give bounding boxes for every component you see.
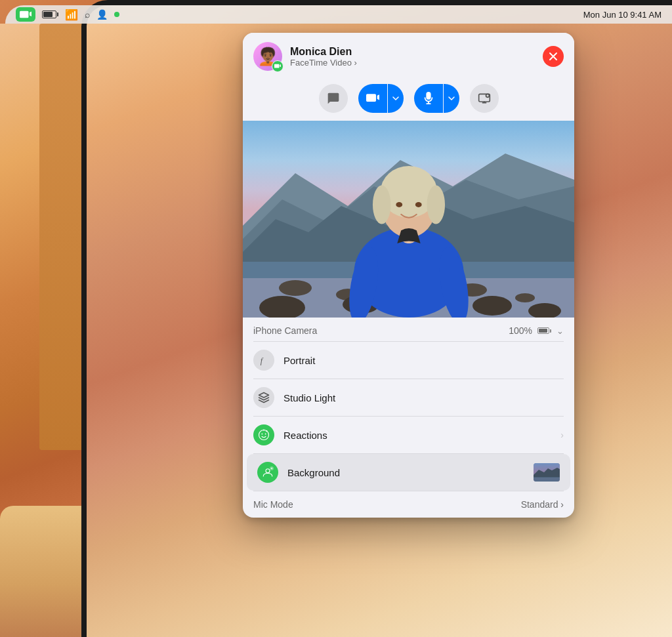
video-camera-icon: [20, 10, 32, 19]
svg-point-30: [265, 434, 266, 435]
person-in-video: [324, 131, 494, 318]
svg-line-32: [266, 431, 267, 432]
panel-header: 🧑🏾‍🦱 Monica Dien FaceTime Video ›: [243, 33, 574, 79]
svg-point-28: [259, 430, 269, 440]
contact-subtitle: FaceTime Video ›: [290, 58, 535, 68]
battery-indicator: [42, 10, 58, 18]
camera-label: iPhone Camera: [253, 325, 317, 336]
screen-share-button[interactable]: [470, 84, 499, 113]
facetime-app-icon[interactable]: [16, 7, 35, 22]
background-menu-item[interactable]: Background: [247, 454, 570, 491]
camera-right: 100% ⌄: [509, 325, 564, 336]
camera-info: iPhone Camera 100% ⌄: [243, 318, 574, 341]
video-control-group: [358, 84, 404, 113]
portrait-svg-icon: f: [258, 354, 270, 366]
message-button[interactable]: [319, 84, 348, 113]
screen-share-icon: [478, 92, 491, 104]
contact-info: Monica Dien FaceTime Video ›: [290, 46, 535, 68]
svg-point-21: [372, 186, 390, 224]
menubar: 📶 ⌕ 👤 Mon Jun 10 9:41 AM: [5, 5, 672, 24]
svg-point-12: [515, 293, 535, 302]
portrait-menu-item[interactable]: f Portrait: [243, 342, 574, 379]
menubar-right: Mon Jun 10 9:41 AM: [583, 10, 662, 20]
chevron-down-icon: [392, 95, 399, 102]
menubar-datetime: Mon Jun 10 9:41 AM: [583, 10, 662, 20]
svg-point-24: [415, 202, 421, 207]
background-label: Background: [287, 467, 524, 478]
camera-battery-icon: [537, 327, 551, 334]
background-icon: [257, 462, 278, 483]
mic-button[interactable]: [414, 84, 443, 113]
mic-mode-label: Mic Mode: [253, 499, 293, 510]
menubar-left: 📶 ⌕ 👤: [16, 7, 119, 22]
svg-point-33: [266, 469, 270, 473]
mic-control-group: [414, 84, 459, 113]
mic-mode-value: Standard ›: [521, 499, 564, 510]
facetime-badge: [272, 60, 284, 72]
chevron-down-icon-2: [448, 95, 455, 102]
camera-battery: 100%: [509, 325, 532, 336]
svg-rect-39: [534, 477, 560, 482]
menu-items-list: f Portrait Studio Light: [243, 342, 574, 491]
bg-thumb-svg: [534, 463, 560, 482]
badge-video-icon: [274, 64, 281, 69]
call-type-label: FaceTime Video ›: [290, 58, 357, 68]
svg-point-29: [261, 434, 262, 435]
camera-chevron[interactable]: ⌄: [556, 326, 564, 336]
video-icon: [366, 93, 379, 104]
message-icon: [327, 92, 340, 105]
portrait-icon: f: [253, 350, 274, 371]
reactions-label: Reactions: [284, 430, 551, 441]
svg-text:f: f: [261, 356, 264, 365]
close-button[interactable]: [543, 46, 564, 67]
contact-name: Monica Dien: [290, 46, 535, 58]
video-button[interactable]: [358, 84, 387, 113]
svg-point-22: [427, 186, 445, 224]
person-svg: [324, 131, 494, 318]
svg-rect-0: [426, 92, 430, 100]
user-icon: 👤: [96, 9, 108, 20]
microphone-icon: [424, 92, 433, 105]
studio-light-label: Studio Light: [284, 392, 564, 403]
cube-icon: [258, 392, 270, 403]
svg-point-9: [279, 280, 312, 296]
reactions-chevron: ›: [560, 430, 564, 440]
background-svg-icon: [262, 466, 274, 478]
reactions-icon: [253, 424, 274, 445]
svg-point-23: [396, 202, 402, 207]
mic-chevron[interactable]: [444, 84, 459, 113]
controls-row: [243, 79, 574, 121]
portrait-label: Portrait: [284, 355, 564, 366]
reactions-menu-item[interactable]: Reactions ›: [243, 417, 574, 453]
video-chevron[interactable]: [388, 84, 404, 113]
video-preview: [243, 121, 574, 318]
background-thumbnail: [534, 463, 560, 482]
mic-mode-row[interactable]: Mic Mode Standard ›: [243, 491, 574, 518]
studio-light-icon: [253, 387, 274, 408]
search-icon[interactable]: ⌕: [85, 9, 90, 20]
reactions-svg-icon: [258, 429, 270, 441]
wifi-icon: 📶: [65, 9, 78, 21]
active-indicator: [114, 12, 119, 17]
facetime-panel: 🧑🏾‍🦱 Monica Dien FaceTime Video ›: [243, 33, 574, 518]
close-icon: [549, 52, 558, 61]
contact-avatar: 🧑🏾‍🦱: [253, 42, 282, 71]
studio-light-menu-item[interactable]: Studio Light: [243, 379, 574, 416]
